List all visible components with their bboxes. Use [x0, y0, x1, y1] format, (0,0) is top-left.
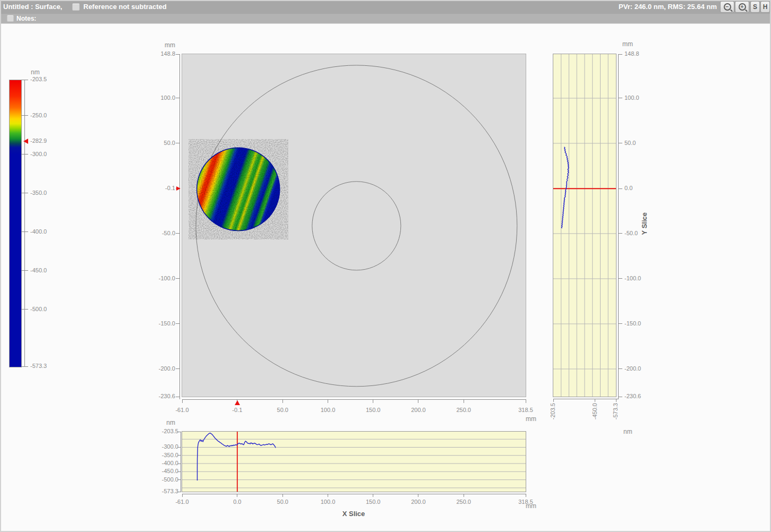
x-slice-canvas[interactable]	[182, 431, 526, 492]
colorbar-axis	[24, 80, 25, 366]
surface-map-canvas[interactable]	[182, 54, 526, 397]
y-slice-canvas[interactable]	[553, 54, 616, 397]
colorbar-tick	[21, 115, 28, 116]
main-x-tick-label: 150.0	[362, 407, 385, 413]
x-slice-y-tick-label: -450.0	[155, 468, 178, 474]
y-slice-y-tick-label: -150.0	[624, 320, 641, 327]
y-slice-y-tick	[618, 143, 622, 143]
main-y-axis	[179, 54, 180, 399]
y-slice-x-tick	[553, 399, 554, 402]
y-slice-y-tick-label: 148.8	[624, 50, 639, 57]
y-slice-x-axis	[553, 399, 619, 399]
main-y-tick	[176, 397, 180, 397]
y-slice-x-tick-label: -450.0	[592, 403, 598, 419]
y-slice-y-tick-label: -230.6	[624, 393, 641, 399]
y-slice-x-tick	[595, 399, 595, 402]
x-slice-x-tick-label: 250.0	[452, 499, 475, 505]
x-slice-svg	[182, 432, 526, 492]
colorbar-tick-label: -203.5	[30, 76, 47, 82]
main-y-tick-label: 148.8	[152, 50, 175, 57]
y-slice-y-tick	[618, 278, 622, 279]
x-slice-y-axis	[181, 432, 181, 492]
x-slice-y-tick-label: -400.0	[155, 460, 178, 466]
colorbar-tick	[21, 193, 28, 193]
main-x-tick-label: 250.0	[452, 407, 475, 413]
x-slice-x-tick-label: 50.0	[271, 499, 294, 505]
x-slice-y-tick-label: -300.0	[155, 443, 178, 450]
surface-title: Untitled : Surface,	[3, 3, 62, 11]
colorbar-tick-label: -250.0	[30, 112, 47, 118]
main-x-tick-label: 200.0	[407, 407, 430, 413]
main-y-cursor-arrow[interactable]	[176, 186, 181, 191]
x-slice-x-tick	[464, 494, 464, 497]
x-slice-x-tick-label: 150.0	[362, 499, 385, 505]
x-slice-y-tick-label: -500.0	[155, 476, 178, 483]
title-bar: Untitled : Surface, Reference not subtra…	[0, 0, 771, 14]
colorbar-tick-label: -573.3	[30, 363, 47, 369]
main-x-tick	[328, 399, 328, 403]
main-y-tick-label: 50.0	[152, 140, 175, 146]
y-slice-y-tick-label: 0.0	[624, 185, 632, 191]
main-y-tick	[176, 368, 180, 369]
y-slice-y-tick-label: 100.0	[624, 95, 639, 101]
main-y-tick-label: -0.1	[152, 185, 175, 191]
main-x-tick-label: 50.0	[271, 407, 294, 413]
y-slice-bottom-unit-label: nm	[623, 428, 632, 435]
main-x-axis	[182, 399, 526, 400]
colorbar-tick	[21, 270, 28, 271]
zoom-in-button[interactable]: +	[735, 1, 749, 13]
x-slice-y-tick-label: -573.3	[155, 488, 178, 494]
colorbar-mean-marker[interactable]	[23, 139, 28, 144]
x-slice-y-unit-label: nm	[154, 419, 175, 426]
colorbar-tick	[21, 231, 28, 232]
main-x-tick-label: -61.0	[170, 407, 194, 413]
x-slice-x-tick-label: -61.0	[170, 499, 194, 505]
main-y-tick	[176, 98, 180, 98]
x-slice-y-tick-label: -350.0	[155, 452, 178, 458]
x-slice-title: X Slice	[316, 510, 391, 518]
y-slice-y-tick	[618, 397, 622, 397]
main-x-tick-label: 100.0	[316, 407, 339, 413]
main-y-tick-label: -100.0	[152, 275, 175, 281]
x-slice-x-axis	[182, 494, 526, 494]
x-slice-x-tick-label: 100.0	[316, 499, 339, 505]
x-slice-x-tick-label: 318.5	[514, 499, 537, 505]
x-slice-x-tick	[526, 494, 526, 497]
colorbar-unit-label: nm	[31, 68, 40, 76]
y-slice-top-unit-label: mm	[612, 40, 633, 48]
y-slice-y-tick	[618, 188, 622, 189]
app-window: Untitled : Surface, Reference not subtra…	[0, 0, 771, 532]
colorbar-tick	[21, 154, 28, 155]
main-x-tick	[526, 399, 526, 403]
y-slice-x-tick-label: -203.5	[550, 403, 556, 419]
notes-checkbox[interactable]	[7, 15, 14, 22]
main-y-tick-label: -200.0	[152, 365, 175, 372]
y-slice-y-tick	[618, 54, 622, 55]
reference-checkbox[interactable]	[72, 3, 80, 11]
main-y-tick	[176, 233, 180, 234]
x-slice-x-tick-label: 200.0	[407, 499, 430, 505]
colorbar-tick	[21, 80, 28, 80]
x-slice-x-tick	[237, 494, 237, 497]
main-y-tick	[176, 143, 180, 143]
y-slice-y-tick	[618, 98, 622, 98]
y-slice-y-tick-label: 50.0	[624, 140, 636, 146]
colorbar-tick	[21, 309, 28, 310]
y-slice-svg	[553, 54, 616, 397]
reference-label: Reference not subtracted	[83, 3, 167, 11]
y-slice-y-tick-label: -100.0	[624, 275, 641, 281]
colorbar	[9, 80, 22, 367]
main-x-cursor-arrow[interactable]	[235, 400, 240, 405]
h-button[interactable]: H	[760, 1, 770, 13]
zoom-out-button[interactable]: −	[720, 1, 734, 13]
y-slice-y-tick	[618, 323, 622, 324]
main-y-tick	[176, 278, 180, 279]
main-y-tick-label: -150.0	[152, 320, 175, 327]
zoom-out-icon: −	[724, 3, 731, 11]
s-button[interactable]: S	[750, 1, 760, 13]
y-slice-y-tick	[618, 368, 622, 369]
main-y-tick	[176, 323, 180, 324]
colorbar-marker-label: -282.9	[30, 138, 47, 144]
zoom-in-icon: +	[739, 3, 746, 11]
notes-label: Notes:	[16, 15, 36, 22]
